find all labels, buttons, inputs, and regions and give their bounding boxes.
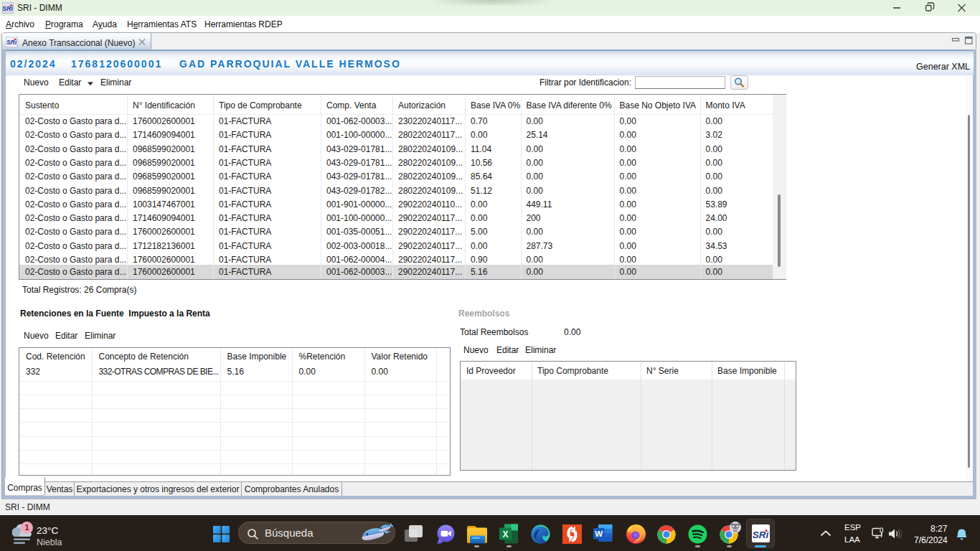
svg-text:W: W [595,529,603,538]
svg-text:Búsqueda: Búsqueda [265,527,314,539]
svg-text:X: X [502,529,508,540]
